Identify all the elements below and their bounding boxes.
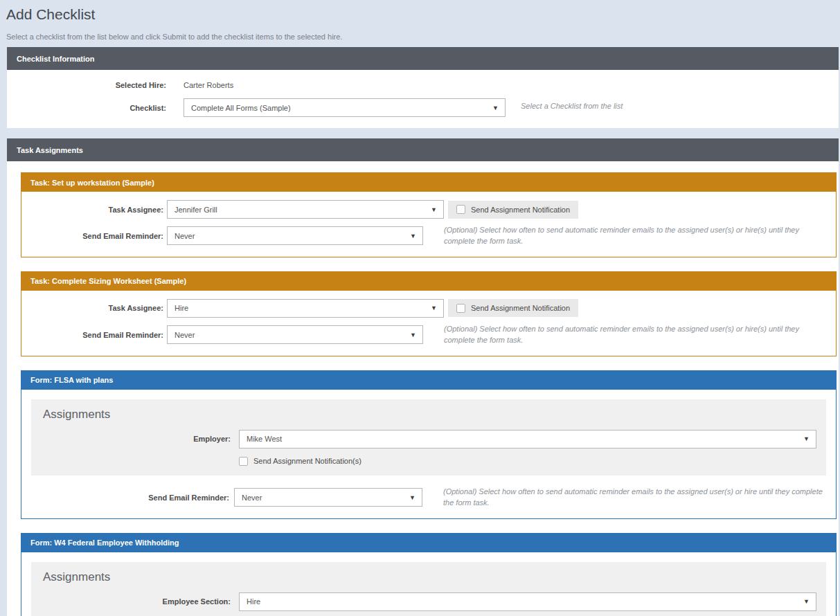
send-email-reminder-select[interactable]: Never ▼: [167, 226, 423, 245]
checklist-select[interactable]: Complete All Forms (Sample) ▼: [184, 98, 506, 117]
checklist-row: Checklist: Complete All Forms (Sample) ▼…: [7, 98, 839, 117]
chevron-down-icon: ▼: [405, 494, 422, 501]
section-header-checklist-information: Checklist Information: [7, 47, 839, 70]
task-assignee-row: Task Assignee: Hire ▼ Send Assignment No…: [21, 299, 836, 318]
task-assignee-select-value: Jennifer Grill: [168, 206, 427, 214]
checklist-information-section: Checklist Information Selected Hire: Car…: [7, 47, 839, 128]
section-header-task-assignments: Task Assignments: [7, 138, 839, 161]
send-email-reminder-row: Send Email Reminder: Never ▼ (Optional) …: [21, 225, 836, 247]
employer-select-value: Mike West: [240, 435, 799, 443]
reminder-hint: (Optional) Select how often to send auto…: [443, 487, 825, 509]
reminder-hint: (Optional) Select how often to send auto…: [444, 324, 826, 346]
employer-row: Employer: Mike West ▼: [42, 430, 816, 449]
employee-section-select[interactable]: Hire ▼: [239, 592, 816, 611]
send-assignment-notification-row: Send Assignment Notification(s): [239, 457, 816, 466]
checklist-hint: Select a Checklist from the list: [521, 101, 623, 112]
form-panel-flsa: Form: FLSA with plans Assignments Employ…: [21, 370, 837, 519]
task-panel-title: Task: Set up workstation (Sample): [21, 173, 836, 192]
send-email-reminder-select[interactable]: Never ▼: [234, 488, 422, 507]
task-assignee-select[interactable]: Jennifer Grill ▼: [167, 200, 444, 219]
task-assignee-select-value: Hire: [168, 304, 427, 312]
assignments-box: Assignments Employer: Mike West ▼ Send A…: [31, 399, 826, 475]
employer-select[interactable]: Mike West ▼: [239, 430, 816, 449]
send-email-reminder-label: Send Email Reminder:: [21, 331, 167, 339]
chevron-down-icon: ▼: [799, 598, 816, 605]
assignments-heading: Assignments: [43, 570, 816, 584]
task-panel-complete-sizing-worksheet: Task: Complete Sizing Worksheet (Sample)…: [21, 271, 837, 356]
send-email-reminder-label: Send Email Reminder:: [21, 232, 167, 240]
send-assignment-notification-chip: Send Assignment Notification: [448, 201, 578, 219]
task-panel-set-up-workstation: Task: Set up workstation (Sample) Task A…: [21, 172, 837, 257]
send-email-reminder-select-value: Never: [168, 331, 406, 339]
send-email-reminder-select-value: Never: [168, 232, 406, 240]
assignments-heading: Assignments: [43, 408, 816, 422]
employer-label: Employer:: [42, 435, 239, 443]
chevron-down-icon: ▼: [488, 105, 505, 111]
send-email-reminder-row: Send Email Reminder: Never ▼ (Optional) …: [21, 324, 836, 346]
send-assignment-notification-checkbox[interactable]: [456, 304, 465, 313]
task-assignee-label: Task Assignee:: [21, 304, 167, 312]
chevron-down-icon: ▼: [427, 305, 443, 311]
chevron-down-icon: ▼: [406, 233, 422, 239]
task-assignee-row: Task Assignee: Jennifer Grill ▼ Send Ass…: [21, 200, 836, 219]
send-email-reminder-row: Send Email Reminder: Never ▼ (Optional) …: [31, 487, 826, 509]
page-title: Add Checklist: [6, 6, 833, 23]
selected-hire-value: Carter Roberts: [184, 81, 233, 89]
reminder-hint: (Optional) Select how often to send auto…: [444, 225, 826, 247]
page-subtitle: Select a checklist from the list below a…: [6, 33, 833, 42]
send-assignment-notification-checkbox[interactable]: [239, 457, 248, 466]
task-assignee-label: Task Assignee:: [21, 206, 167, 214]
page-header: Add Checklist Select a checklist from th…: [0, 0, 840, 42]
assignments-box: Assignments Employee Section: Hire ▼: [31, 562, 826, 616]
send-assignment-notification-label: Send Assignment Notification: [471, 304, 570, 312]
send-email-reminder-label: Send Email Reminder:: [31, 493, 229, 502]
checklist-label: Checklist:: [7, 104, 184, 112]
task-assignee-select[interactable]: Hire ▼: [167, 299, 444, 318]
employee-section-row: Employee Section: Hire ▼: [42, 592, 816, 611]
send-assignment-notification-checkbox[interactable]: [456, 205, 465, 214]
send-email-reminder-select[interactable]: Never ▼: [167, 325, 423, 344]
send-assignment-notification-label: Send Assignment Notification: [471, 206, 570, 214]
selected-hire-row: Selected Hire: Carter Roberts: [7, 81, 839, 89]
selected-hire-label: Selected Hire:: [7, 81, 184, 89]
task-assignments-section: Task Assignments Task: Set up workstatio…: [7, 138, 839, 616]
chevron-down-icon: ▼: [427, 206, 443, 213]
task-panel-title: Task: Complete Sizing Worksheet (Sample): [21, 272, 836, 291]
send-assignment-notification-label: Send Assignment Notification(s): [253, 457, 361, 465]
chevron-down-icon: ▼: [799, 435, 816, 442]
employee-section-label: Employee Section:: [42, 597, 239, 606]
checklist-select-value: Complete All Forms (Sample): [184, 104, 488, 112]
form-panel-w4: Form: W4 Federal Employee Withholding As…: [21, 533, 837, 616]
employee-section-select-value: Hire: [240, 597, 799, 606]
send-assignment-notification-chip: Send Assignment Notification: [448, 299, 578, 317]
send-email-reminder-select-value: Never: [235, 493, 405, 502]
chevron-down-icon: ▼: [406, 332, 422, 338]
form-panel-title: Form: W4 Federal Employee Withholding: [21, 534, 836, 552]
form-panel-title: Form: FLSA with plans: [21, 371, 836, 390]
